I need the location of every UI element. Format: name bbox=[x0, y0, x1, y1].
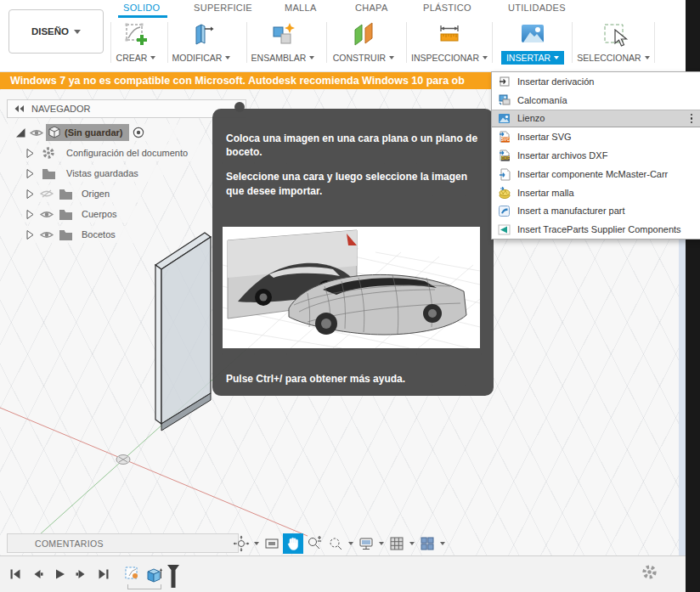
expand-arrow-icon[interactable] bbox=[22, 149, 37, 158]
visibility-off-eye-icon[interactable] bbox=[37, 189, 56, 199]
expand-arrow-icon[interactable] bbox=[22, 230, 37, 240]
viewports-icon[interactable] bbox=[417, 533, 438, 554]
tree-row-document-settings[interactable]: Configuración del documento bbox=[22, 144, 217, 161]
chevron-down-icon bbox=[74, 30, 81, 34]
toolbar-group-label[interactable]: ENSAMBLAR bbox=[246, 51, 320, 65]
navigator-title: NAVEGADOR bbox=[31, 104, 90, 114]
document-root-chip[interactable]: (Sin guardar) bbox=[46, 124, 129, 141]
view-navigation-toolbar bbox=[231, 533, 447, 554]
toolbar-group-ensamblar[interactable]: ENSAMBLAR bbox=[242, 20, 324, 65]
toolbar-group-construir[interactable]: CONSTRUIR bbox=[323, 20, 404, 65]
go-to-end-icon[interactable] bbox=[95, 566, 112, 583]
expand-arrow-icon[interactable] bbox=[22, 189, 37, 199]
navigator-panel-header[interactable]: NAVEGADOR bbox=[7, 99, 246, 118]
chevron-down-icon bbox=[309, 56, 314, 59]
folder-icon bbox=[56, 229, 75, 240]
chevron-down-icon[interactable] bbox=[408, 542, 416, 545]
play-icon[interactable] bbox=[51, 566, 68, 583]
expand-collapse-icon[interactable] bbox=[14, 128, 27, 138]
visibility-eye-icon[interactable] bbox=[37, 210, 56, 219]
tooltip-paragraph-2: Seleccione una cara y luego seleccione l… bbox=[212, 170, 494, 197]
chevron-down-icon bbox=[483, 56, 488, 59]
press-pull-icon bbox=[187, 20, 216, 48]
visibility-eye-icon[interactable] bbox=[37, 230, 56, 240]
menu-item-decal[interactable]: Calcomanía bbox=[492, 91, 700, 110]
expand-arrow-icon[interactable] bbox=[22, 210, 37, 219]
tree-row-bodies[interactable]: Cuerpos bbox=[22, 206, 144, 223]
active-tab-underline bbox=[118, 15, 167, 18]
origin-marker[interactable] bbox=[116, 455, 130, 465]
display-settings-icon[interactable] bbox=[356, 533, 376, 554]
orbit-icon[interactable] bbox=[231, 533, 251, 554]
menu-item-insert-svg[interactable]: SVG Insertar SVG bbox=[492, 127, 700, 146]
gear-icon[interactable] bbox=[641, 564, 658, 580]
tab-chapa[interactable]: CHAPA bbox=[355, 3, 388, 13]
component-cube-icon bbox=[48, 126, 61, 139]
construction-plane-icon bbox=[349, 20, 378, 48]
timeline-position-marker[interactable] bbox=[167, 565, 180, 588]
collapse-panel-icon[interactable] bbox=[14, 104, 25, 113]
toolbar-group-label[interactable]: INSERTAR bbox=[501, 51, 564, 65]
menu-item-insert-dxf[interactable]: DXF Insertar archivos DXF bbox=[492, 146, 700, 165]
chevron-down-icon[interactable] bbox=[438, 542, 447, 545]
step-forward-icon[interactable] bbox=[73, 566, 90, 583]
tab-plastico[interactable]: PLÁSTICO bbox=[423, 3, 471, 13]
tree-row-root[interactable]: (Sin guardar) bbox=[7, 124, 177, 141]
menu-item-manufacturer-part[interactable]: Insert a manufacturer part bbox=[492, 202, 700, 221]
step-back-icon[interactable] bbox=[29, 566, 46, 583]
chevron-down-icon[interactable] bbox=[377, 542, 386, 545]
tree-row-sketches[interactable]: Bocetos bbox=[22, 226, 141, 243]
design-workspace-label: DISEÑO bbox=[31, 26, 69, 37]
menu-item-insert-mesh[interactable]: Insertar malla bbox=[492, 183, 700, 202]
chevron-down-icon bbox=[150, 56, 155, 59]
tree-row-saved-views[interactable]: Vistas guardadas bbox=[22, 165, 163, 182]
folder-icon bbox=[56, 189, 75, 200]
tooltip-example-image bbox=[223, 227, 480, 348]
insert-dxf-icon: DXF bbox=[497, 149, 511, 162]
chevron-down-icon[interactable] bbox=[252, 542, 261, 545]
insert-derive-icon bbox=[497, 75, 511, 88]
menu-item-insert-derive[interactable]: Insertar derivación bbox=[492, 72, 700, 91]
menu-item-mcmaster[interactable]: Insertar componente McMaster-Carr bbox=[492, 165, 700, 183]
tree-row-origin[interactable]: Origen bbox=[22, 185, 141, 202]
tab-solido[interactable]: SOLIDO bbox=[123, 3, 160, 13]
insert-dropdown-menu: Insertar derivación Calcomanía Lienzo SV… bbox=[491, 71, 700, 240]
new-component-icon bbox=[268, 20, 297, 48]
tab-malla[interactable]: MALLA bbox=[285, 3, 317, 13]
toolbar-group-insertar[interactable]: INSERTAR bbox=[492, 20, 573, 65]
more-options-icon[interactable] bbox=[691, 114, 697, 124]
manufacturer-part-icon bbox=[497, 204, 511, 217]
go-to-start-icon[interactable] bbox=[7, 566, 24, 583]
expand-arrow-icon[interactable] bbox=[22, 169, 37, 178]
menu-item-traceparts[interactable]: Insert TraceParts Supplier Components bbox=[492, 220, 700, 239]
folder-icon bbox=[56, 209, 75, 220]
decal-icon bbox=[497, 93, 511, 107]
tree-item-label: Cuerpos bbox=[82, 209, 117, 219]
insert-svg-icon: SVG bbox=[497, 130, 511, 144]
toolbar-group-label[interactable]: SELECCIONAR bbox=[572, 51, 654, 65]
pan-icon[interactable] bbox=[283, 533, 303, 554]
tree-item-label: Configuración del documento bbox=[66, 148, 188, 158]
visibility-eye-icon[interactable] bbox=[27, 128, 46, 138]
fit-icon[interactable] bbox=[325, 533, 346, 554]
chevron-down-icon[interactable] bbox=[347, 542, 355, 545]
activate-component-radio-icon[interactable] bbox=[129, 127, 148, 138]
menu-item-canvas[interactable]: Lienzo bbox=[492, 110, 700, 128]
toolbar-group-label[interactable]: CREAR bbox=[111, 51, 161, 65]
design-workspace-button[interactable]: DISEÑO bbox=[8, 9, 104, 54]
toolbar-group-label[interactable]: MODIFICAR bbox=[167, 51, 236, 65]
grid-display-icon[interactable] bbox=[387, 533, 407, 554]
look-at-icon[interactable] bbox=[262, 533, 282, 554]
zoom-icon[interactable] bbox=[304, 533, 325, 554]
insert-image-icon bbox=[518, 20, 547, 48]
toolbar-group-modificar[interactable]: MODIFICAR bbox=[161, 20, 242, 65]
chevron-down-icon bbox=[645, 56, 650, 59]
tab-utilidades[interactable]: UTILIDADES bbox=[508, 3, 566, 13]
toolbar-group-inspeccionar[interactable]: INSPECCIONAR bbox=[409, 20, 490, 65]
toolbar-group-label[interactable]: CONSTRUIR bbox=[328, 51, 399, 65]
tab-superficie[interactable]: SUPERFICIE bbox=[194, 3, 252, 13]
traceparts-icon bbox=[497, 223, 511, 236]
body-plane-3d[interactable] bbox=[155, 233, 211, 431]
toolbar-group-label[interactable]: INSPECCIONAR bbox=[406, 51, 493, 65]
comments-bar[interactable]: COMENTARIOS bbox=[7, 533, 239, 553]
